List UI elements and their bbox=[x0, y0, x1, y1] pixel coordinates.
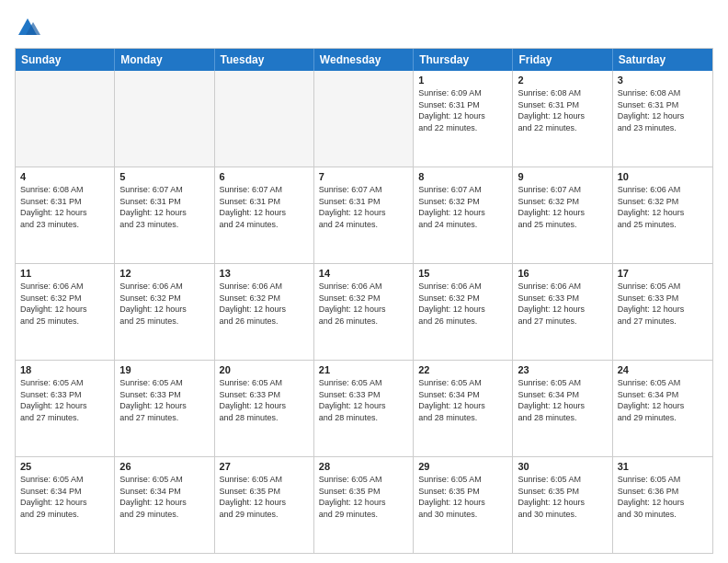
cell-info: Sunrise: 6:05 AM Sunset: 6:35 PM Dayligh… bbox=[220, 474, 309, 520]
logo-icon bbox=[15, 15, 40, 40]
calendar-cell bbox=[115, 71, 214, 167]
calendar-cell: 1Sunrise: 6:09 AM Sunset: 6:31 PM Daylig… bbox=[414, 71, 513, 167]
cell-info: Sunrise: 6:07 AM Sunset: 6:31 PM Dayligh… bbox=[220, 184, 309, 230]
calendar-cell: 31Sunrise: 6:05 AM Sunset: 6:36 PM Dayli… bbox=[613, 457, 712, 553]
day-number: 23 bbox=[518, 364, 607, 375]
calendar-cell: 18Sunrise: 6:05 AM Sunset: 6:33 PM Dayli… bbox=[16, 361, 115, 456]
calendar-header-row: SundayMondayTuesdayWednesdayThursdayFrid… bbox=[16, 49, 712, 71]
header bbox=[15, 15, 713, 40]
cell-info: Sunrise: 6:06 AM Sunset: 6:32 PM Dayligh… bbox=[119, 281, 209, 327]
calendar-cell: 13Sunrise: 6:06 AM Sunset: 6:32 PM Dayli… bbox=[215, 264, 314, 360]
day-number: 5 bbox=[119, 171, 209, 182]
calendar-week-row: 18Sunrise: 6:05 AM Sunset: 6:33 PM Dayli… bbox=[16, 361, 712, 457]
cell-info: Sunrise: 6:08 AM Sunset: 6:31 PM Dayligh… bbox=[618, 87, 708, 133]
calendar-cell: 3Sunrise: 6:08 AM Sunset: 6:31 PM Daylig… bbox=[613, 71, 712, 167]
day-number: 27 bbox=[220, 461, 309, 472]
cell-info: Sunrise: 6:05 AM Sunset: 6:33 PM Dayligh… bbox=[319, 377, 408, 423]
cell-info: Sunrise: 6:05 AM Sunset: 6:34 PM Dayligh… bbox=[418, 377, 507, 423]
calendar-cell: 7Sunrise: 6:07 AM Sunset: 6:31 PM Daylig… bbox=[314, 167, 414, 263]
day-number: 11 bbox=[20, 268, 109, 279]
cell-info: Sunrise: 6:05 AM Sunset: 6:33 PM Dayligh… bbox=[220, 377, 309, 423]
cell-info: Sunrise: 6:05 AM Sunset: 6:33 PM Dayligh… bbox=[119, 377, 209, 423]
cell-info: Sunrise: 6:07 AM Sunset: 6:32 PM Dayligh… bbox=[518, 184, 607, 230]
cell-info: Sunrise: 6:05 AM Sunset: 6:33 PM Dayligh… bbox=[20, 377, 109, 423]
calendar-week-row: 25Sunrise: 6:05 AM Sunset: 6:34 PM Dayli… bbox=[16, 457, 712, 553]
cell-info: Sunrise: 6:06 AM Sunset: 6:32 PM Dayligh… bbox=[20, 281, 109, 327]
calendar-cell: 5Sunrise: 6:07 AM Sunset: 6:31 PM Daylig… bbox=[115, 167, 214, 263]
cell-info: Sunrise: 6:05 AM Sunset: 6:36 PM Dayligh… bbox=[618, 474, 708, 520]
cell-info: Sunrise: 6:05 AM Sunset: 6:34 PM Dayligh… bbox=[20, 474, 109, 520]
calendar-cell: 21Sunrise: 6:05 AM Sunset: 6:33 PM Dayli… bbox=[314, 361, 414, 456]
calendar-body: 1Sunrise: 6:09 AM Sunset: 6:31 PM Daylig… bbox=[16, 71, 712, 553]
weekday-header: Monday bbox=[115, 49, 214, 71]
calendar-cell bbox=[215, 71, 314, 167]
day-number: 28 bbox=[319, 461, 408, 472]
day-number: 1 bbox=[418, 75, 507, 86]
cell-info: Sunrise: 6:05 AM Sunset: 6:35 PM Dayligh… bbox=[418, 474, 507, 520]
day-number: 18 bbox=[20, 364, 109, 375]
cell-info: Sunrise: 6:06 AM Sunset: 6:32 PM Dayligh… bbox=[319, 281, 408, 327]
calendar-cell: 23Sunrise: 6:05 AM Sunset: 6:34 PM Dayli… bbox=[513, 361, 612, 456]
weekday-header: Wednesday bbox=[314, 49, 414, 71]
calendar-page: SundayMondayTuesdayWednesdayThursdayFrid… bbox=[0, 0, 728, 563]
day-number: 2 bbox=[518, 75, 607, 86]
day-number: 6 bbox=[220, 171, 309, 182]
cell-info: Sunrise: 6:09 AM Sunset: 6:31 PM Dayligh… bbox=[418, 87, 507, 133]
cell-info: Sunrise: 6:08 AM Sunset: 6:31 PM Dayligh… bbox=[20, 184, 109, 230]
calendar-cell: 27Sunrise: 6:05 AM Sunset: 6:35 PM Dayli… bbox=[215, 457, 314, 553]
cell-info: Sunrise: 6:06 AM Sunset: 6:33 PM Dayligh… bbox=[518, 281, 607, 327]
calendar-week-row: 11Sunrise: 6:06 AM Sunset: 6:32 PM Dayli… bbox=[16, 264, 712, 361]
day-number: 30 bbox=[518, 461, 607, 472]
calendar-cell: 2Sunrise: 6:08 AM Sunset: 6:31 PM Daylig… bbox=[513, 71, 612, 167]
weekday-header: Friday bbox=[513, 49, 612, 71]
calendar-cell: 29Sunrise: 6:05 AM Sunset: 6:35 PM Dayli… bbox=[414, 457, 513, 553]
calendar: SundayMondayTuesdayWednesdayThursdayFrid… bbox=[15, 48, 713, 554]
cell-info: Sunrise: 6:06 AM Sunset: 6:32 PM Dayligh… bbox=[418, 281, 507, 327]
day-number: 22 bbox=[418, 364, 507, 375]
day-number: 17 bbox=[618, 268, 708, 279]
day-number: 20 bbox=[220, 364, 309, 375]
cell-info: Sunrise: 6:05 AM Sunset: 6:34 PM Dayligh… bbox=[518, 377, 607, 423]
weekday-header: Saturday bbox=[613, 49, 712, 71]
day-number: 25 bbox=[20, 461, 109, 472]
calendar-cell: 14Sunrise: 6:06 AM Sunset: 6:32 PM Dayli… bbox=[314, 264, 414, 360]
cell-info: Sunrise: 6:06 AM Sunset: 6:32 PM Dayligh… bbox=[220, 281, 309, 327]
day-number: 12 bbox=[119, 268, 209, 279]
calendar-cell: 28Sunrise: 6:05 AM Sunset: 6:35 PM Dayli… bbox=[314, 457, 414, 553]
day-number: 31 bbox=[618, 461, 708, 472]
cell-info: Sunrise: 6:07 AM Sunset: 6:31 PM Dayligh… bbox=[319, 184, 408, 230]
calendar-cell: 11Sunrise: 6:06 AM Sunset: 6:32 PM Dayli… bbox=[16, 264, 115, 360]
cell-info: Sunrise: 6:06 AM Sunset: 6:32 PM Dayligh… bbox=[618, 184, 708, 230]
weekday-header: Tuesday bbox=[215, 49, 314, 71]
calendar-cell: 10Sunrise: 6:06 AM Sunset: 6:32 PM Dayli… bbox=[613, 167, 712, 263]
calendar-cell: 6Sunrise: 6:07 AM Sunset: 6:31 PM Daylig… bbox=[215, 167, 314, 263]
day-number: 10 bbox=[618, 171, 708, 182]
day-number: 4 bbox=[20, 171, 109, 182]
weekday-header: Thursday bbox=[414, 49, 513, 71]
calendar-week-row: 1Sunrise: 6:09 AM Sunset: 6:31 PM Daylig… bbox=[16, 71, 712, 167]
calendar-cell: 25Sunrise: 6:05 AM Sunset: 6:34 PM Dayli… bbox=[16, 457, 115, 553]
calendar-cell: 15Sunrise: 6:06 AM Sunset: 6:32 PM Dayli… bbox=[414, 264, 513, 360]
day-number: 15 bbox=[418, 268, 507, 279]
calendar-cell: 4Sunrise: 6:08 AM Sunset: 6:31 PM Daylig… bbox=[16, 167, 115, 263]
calendar-cell bbox=[16, 71, 115, 167]
calendar-cell: 9Sunrise: 6:07 AM Sunset: 6:32 PM Daylig… bbox=[513, 167, 612, 263]
cell-info: Sunrise: 6:05 AM Sunset: 6:34 PM Dayligh… bbox=[119, 474, 209, 520]
day-number: 19 bbox=[119, 364, 209, 375]
calendar-cell: 26Sunrise: 6:05 AM Sunset: 6:34 PM Dayli… bbox=[115, 457, 214, 553]
weekday-header: Sunday bbox=[16, 49, 115, 71]
calendar-week-row: 4Sunrise: 6:08 AM Sunset: 6:31 PM Daylig… bbox=[16, 167, 712, 264]
calendar-cell: 22Sunrise: 6:05 AM Sunset: 6:34 PM Dayli… bbox=[414, 361, 513, 456]
calendar-cell bbox=[314, 71, 414, 167]
cell-info: Sunrise: 6:05 AM Sunset: 6:33 PM Dayligh… bbox=[618, 281, 708, 327]
day-number: 3 bbox=[618, 75, 708, 86]
day-number: 13 bbox=[220, 268, 309, 279]
calendar-cell: 30Sunrise: 6:05 AM Sunset: 6:35 PM Dayli… bbox=[513, 457, 612, 553]
day-number: 14 bbox=[319, 268, 408, 279]
day-number: 21 bbox=[319, 364, 408, 375]
cell-info: Sunrise: 6:08 AM Sunset: 6:31 PM Dayligh… bbox=[518, 87, 607, 133]
calendar-cell: 8Sunrise: 6:07 AM Sunset: 6:32 PM Daylig… bbox=[414, 167, 513, 263]
calendar-cell: 20Sunrise: 6:05 AM Sunset: 6:33 PM Dayli… bbox=[215, 361, 314, 456]
day-number: 16 bbox=[518, 268, 607, 279]
day-number: 24 bbox=[618, 364, 708, 375]
